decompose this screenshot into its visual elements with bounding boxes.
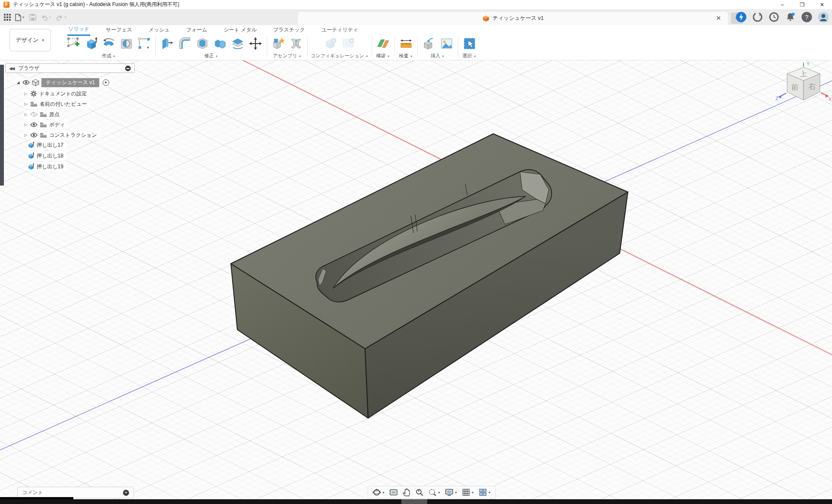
fillet-button[interactable]: [176, 36, 193, 51]
expand-icon[interactable]: ▷: [23, 133, 28, 137]
tree-row-label[interactable]: コンストラクション: [49, 132, 97, 139]
redo-button[interactable]: ▼: [55, 12, 69, 23]
viewcube-face-top: 上: [799, 69, 807, 79]
tree-row[interactable]: ▷ コンストラクション: [23, 130, 101, 140]
tree-row-label[interactable]: ボディ: [49, 121, 65, 129]
tree-row-label[interactable]: 押し出し19: [37, 163, 63, 170]
joint-button[interactable]: [288, 36, 304, 51]
tree-row-label[interactable]: ドキュメントの設定: [39, 90, 87, 98]
group-label[interactable]: 修正 ▼: [205, 53, 218, 59]
group-label[interactable]: 構築 ▼: [376, 53, 390, 59]
tree-row[interactable]: 押し出し18: [28, 151, 67, 161]
construction-plane-button[interactable]: [375, 36, 391, 51]
grid-settings-button[interactable]: ▼: [460, 487, 476, 498]
file-menu-button[interactable]: ▼: [14, 12, 26, 23]
tab-1[interactable]: サーフェス: [105, 25, 133, 35]
save-button[interactable]: [28, 12, 38, 23]
zoom-button[interactable]: [413, 487, 425, 498]
tree-row-label[interactable]: 押し出し17: [37, 142, 63, 149]
tree-row-label[interactable]: 原点: [49, 111, 60, 118]
close-button[interactable]: ✕: [812, 0, 832, 9]
document-tab[interactable]: ティッシュケース v1 ✕: [298, 12, 728, 25]
model-tissue-case[interactable]: [231, 134, 628, 418]
config-table-button[interactable]: [340, 36, 356, 51]
configure-button[interactable]: [322, 36, 339, 51]
revolve-button[interactable]: [101, 36, 117, 51]
browser-header[interactable]: ◀◀ ブラウザ: [5, 63, 135, 73]
add-comment-icon[interactable]: +: [123, 490, 129, 496]
viewports-button[interactable]: ▼: [477, 487, 493, 498]
tree-row-label[interactable]: 名前の付いたビュー: [40, 101, 87, 108]
tab-0[interactable]: ソリッド: [67, 25, 90, 36]
apps-grid-icon[interactable]: [3, 12, 12, 23]
group-label[interactable]: 挿入 ▼: [431, 53, 444, 59]
collapse-panel-icon[interactable]: ◀◀: [9, 66, 14, 71]
expand-icon[interactable]: ▷: [23, 102, 28, 106]
offset-face-button[interactable]: [230, 36, 246, 51]
tree-row[interactable]: 押し出し19: [28, 162, 67, 171]
new-component-button[interactable]: [270, 36, 287, 51]
group-label[interactable]: コンフィギュレーション ▼: [311, 53, 369, 59]
tree-row[interactable]: ▷ 原点: [23, 110, 63, 119]
pan-button[interactable]: [400, 487, 413, 498]
timeline-scrubber[interactable]: [401, 499, 427, 504]
collapse-icon[interactable]: ◢: [16, 80, 21, 85]
insert-derive-button[interactable]: [421, 36, 437, 51]
shell-button[interactable]: [194, 36, 211, 51]
tab-5[interactable]: プラスチック: [272, 25, 306, 35]
pattern-button[interactable]: [136, 36, 152, 51]
viewport-canvas[interactable]: 上 前 右 Y Z X ◀◀ ブラウザ ◢ ティッシュケース v1 ▷ ドキュメ…: [0, 60, 832, 504]
toolbar-group: 構築 ▼: [372, 35, 394, 59]
tab-6[interactable]: ユーティリティ: [321, 25, 359, 35]
restore-button[interactable]: ❐: [792, 0, 812, 9]
expand-icon[interactable]: ▷: [23, 91, 28, 96]
select-button[interactable]: [461, 36, 478, 51]
minimize-button[interactable]: –: [772, 0, 792, 9]
extrude-button[interactable]: [83, 36, 99, 51]
undo-button[interactable]: ▼: [39, 12, 53, 23]
create-sketch-button[interactable]: [65, 36, 82, 51]
fit-zoom-button[interactable]: ▼: [426, 487, 442, 498]
tree-row[interactable]: ▷ ボディ: [23, 120, 69, 129]
orbit-button[interactable]: ▼: [371, 487, 387, 498]
group-label[interactable]: 選択 ▼: [463, 53, 476, 59]
insert-canvas-button[interactable]: [438, 36, 455, 51]
target-icon[interactable]: [103, 79, 109, 86]
look-at-button[interactable]: [388, 487, 400, 498]
press-pull-button[interactable]: [159, 36, 175, 51]
help-icon[interactable]: ?: [801, 12, 812, 22]
remove-icon[interactable]: [125, 66, 131, 71]
notifications-icon[interactable]: [785, 12, 796, 22]
tab-2[interactable]: メッシュ: [148, 25, 170, 35]
job-status-icon[interactable]: [736, 12, 747, 22]
tree-row[interactable]: ◢ ティッシュケース v1: [16, 78, 113, 87]
viewcube[interactable]: 上 前 右 Y Z X: [775, 61, 832, 112]
hole-button[interactable]: [118, 36, 135, 51]
group-label[interactable]: アセンブリ ▼: [273, 53, 301, 59]
tab-close-icon[interactable]: ✕: [715, 15, 722, 22]
tree-row[interactable]: 押し出し17: [28, 140, 67, 150]
expand-icon[interactable]: ▷: [23, 123, 28, 127]
svg-text:?: ?: [805, 14, 809, 21]
tab-3[interactable]: フォーム: [185, 25, 208, 35]
browser-panel: ◀◀ ブラウザ ◢ ティッシュケース v1 ▷ ドキュメントの設定 ▷ 名前の付…: [5, 63, 135, 73]
timeline-bar[interactable]: [0, 499, 832, 504]
extensions-icon[interactable]: [752, 12, 763, 22]
comment-bar[interactable]: コメント +: [17, 487, 134, 498]
collapsed-panel-strip[interactable]: [0, 65, 4, 186]
measure-button[interactable]: [398, 36, 414, 51]
group-label[interactable]: 作成 ▼: [102, 53, 116, 59]
move-button[interactable]: [247, 36, 264, 51]
group-label[interactable]: 検査 ▼: [399, 53, 413, 59]
avatar[interactable]: [818, 12, 829, 22]
display-settings-button[interactable]: ▼: [443, 487, 459, 498]
tree-row-label[interactable]: ティッシュケース v1: [41, 78, 99, 87]
tree-row-label[interactable]: 押し出し18: [37, 152, 63, 160]
tree-row[interactable]: ▷ ドキュメントの設定: [23, 89, 90, 98]
workspace-dropdown[interactable]: デザイン ▼: [9, 29, 51, 51]
combine-button[interactable]: [212, 36, 228, 51]
tree-row[interactable]: ▷ 名前の付いたビュー: [23, 99, 90, 109]
tab-4[interactable]: シート メタル: [223, 25, 258, 35]
history-icon[interactable]: [769, 12, 779, 22]
expand-icon[interactable]: ▷: [23, 112, 28, 117]
